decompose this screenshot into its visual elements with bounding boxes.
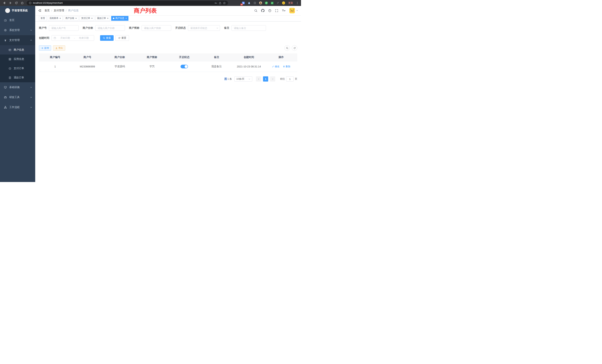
close-icon[interactable]: × <box>107 17 109 20</box>
calendar-icon <box>54 37 56 39</box>
date-start-placeholder[interactable]: 开始日期 <box>57 36 73 40</box>
cell-merchant-no: M233666999 <box>71 61 103 72</box>
edit-link[interactable]: 修改 <box>272 65 280 68</box>
back-icon[interactable] <box>2 0 7 6</box>
help-icon[interactable] <box>268 9 271 12</box>
tab-user-group[interactable]: 用户分组 × <box>64 16 79 21</box>
filter-short-name: 商户简称 <box>129 25 171 31</box>
merchant-no-label: 商户号 <box>39 26 47 30</box>
filter-row-2: 创建时间 开始日期 - 结束日期 搜索 重置 <box>39 35 297 41</box>
refresh-table-icon[interactable] <box>292 45 297 51</box>
search-button[interactable]: 搜索 <box>100 35 114 41</box>
merchant-card-icon <box>8 49 11 51</box>
sidebar-item-infra[interactable]: 基础设施 <box>0 82 35 92</box>
header-actions <box>254 8 301 13</box>
drop-extension-icon[interactable] <box>247 1 251 5</box>
chevron-down-icon <box>30 29 32 31</box>
status-select[interactable] <box>188 25 220 31</box>
status-toggle[interactable] <box>181 65 188 68</box>
merchant-no-input[interactable] <box>49 25 79 31</box>
reload-icon[interactable] <box>14 0 19 6</box>
app-header: 首页 / 支付管理 / 商户信息 <box>35 6 301 15</box>
password-key-icon[interactable] <box>215 2 217 4</box>
header-search-icon[interactable] <box>254 9 258 12</box>
breadcrumb-home[interactable]: 首页 <box>44 9 50 12</box>
logo-rabbit-icon <box>5 8 10 13</box>
sidebar-item-workflow[interactable]: 工作流程 <box>0 102 35 112</box>
tab-home[interactable]: 首页 <box>39 16 47 21</box>
goto-page-input[interactable] <box>286 76 294 82</box>
full-name-input[interactable] <box>95 25 125 31</box>
pagination-goto: 前往 页 <box>280 76 297 82</box>
show-search-toggle-icon[interactable] <box>284 45 290 51</box>
dark-circle-extension-icon[interactable] <box>253 1 257 5</box>
emoji-extension-icon[interactable] <box>281 1 286 5</box>
next-page-icon[interactable] <box>270 76 275 82</box>
github-icon[interactable] <box>261 9 265 12</box>
sidebar-item-system[interactable]: 系统管理 <box>0 25 35 35</box>
col-full-name: 商户全称 <box>104 53 136 61</box>
sidebar-item-merchant-info[interactable]: 商户信息 <box>0 45 35 54</box>
site-info-icon[interactable] <box>29 2 32 4</box>
reset-button[interactable]: 重置 <box>116 35 129 41</box>
remark-input[interactable] <box>232 25 266 31</box>
pin-extension-icon[interactable] <box>276 1 280 5</box>
share-icon[interactable] <box>219 2 222 4</box>
close-icon[interactable]: × <box>125 17 127 20</box>
forward-icon[interactable] <box>8 0 13 6</box>
add-button[interactable]: 新增 <box>39 45 51 51</box>
green-note-extension-icon[interactable] <box>270 1 274 5</box>
goto-unit-label: 页 <box>295 77 297 81</box>
home-icon[interactable] <box>20 0 25 6</box>
tab-process-form[interactable]: 流程表单 × <box>48 16 63 21</box>
tab-pay-order[interactable]: 支付订单 × <box>79 16 94 21</box>
sidebar-item-app-info[interactable]: 应用信息 <box>0 54 35 64</box>
bookmark-star-icon[interactable] <box>223 2 226 4</box>
tab-refund-order[interactable]: 退款订单 × <box>96 16 110 21</box>
main-content: 商户号 商户全称 商户简称 开启状态 备注 创建时间 <box>35 21 301 182</box>
profile-extension-icon[interactable] <box>258 1 263 5</box>
search-button-label: 搜索 <box>106 36 111 40</box>
font-size-icon[interactable] <box>282 9 286 12</box>
chrome-update-button[interactable]: 更新 <box>288 1 293 5</box>
tab-merchant-info[interactable]: 商户信息 × <box>111 16 129 21</box>
green-refresh-extension-icon[interactable] <box>264 1 269 5</box>
close-icon[interactable]: × <box>60 17 61 20</box>
delete-link[interactable]: 删除 <box>283 65 290 68</box>
filter-status: 开启状态 <box>175 25 220 31</box>
total-suffix: 条 <box>229 77 232 80</box>
browser-menu-icon[interactable] <box>295 0 299 6</box>
short-name-input[interactable] <box>142 25 171 31</box>
export-button[interactable]: 导出 <box>53 45 65 51</box>
filter-merchant-no: 商户号 <box>39 25 79 31</box>
sidebar-item-pay-order[interactable]: 支付订单 <box>0 64 35 73</box>
page-number-1[interactable]: 1 <box>263 76 268 82</box>
user-menu[interactable] <box>289 8 298 13</box>
sidebar-item-home[interactable]: 首页 <box>0 15 35 25</box>
fullscreen-icon[interactable] <box>275 9 278 12</box>
workflow-icon <box>4 106 7 109</box>
pay-order-icon <box>8 67 11 70</box>
sidebar-item-devtools[interactable]: 研发工具 <box>0 92 35 102</box>
url-text[interactable]: localhost:1024/pay/merchant <box>33 2 213 4</box>
col-remark: 备注 <box>200 53 233 61</box>
page-size-select[interactable]: 10条/页 <box>235 76 252 82</box>
prev-page-icon[interactable] <box>256 76 261 82</box>
close-icon[interactable]: × <box>91 17 93 20</box>
puzzle-extension-icon[interactable]: 10 <box>241 1 246 5</box>
close-icon[interactable]: × <box>75 17 77 20</box>
address-bar[interactable]: localhost:1024/pay/merchant <box>27 1 228 5</box>
chevron-down-icon <box>30 86 32 88</box>
sidebar-item-label: 商户信息 <box>14 48 24 52</box>
sidebar-item-refund-order[interactable]: 退款订单 <box>0 73 35 82</box>
sidebar-fold-icon[interactable] <box>35 6 44 15</box>
sidebar-item-pay[interactable]: ¥ 支付管理 <box>0 35 35 45</box>
sidebar: 芋道管理系统 首页 系统管理 ¥ 支付管理 商户信息 <box>0 6 35 182</box>
date-range-picker[interactable]: 开始日期 - 结束日期 <box>52 35 94 41</box>
date-end-placeholder[interactable]: 结束日期 <box>76 36 92 40</box>
caret-down-icon <box>296 10 298 11</box>
sidebar-item-label: 应用信息 <box>14 57 24 61</box>
delete-link-label: 删除 <box>286 65 290 68</box>
tab-label: 商户信息 <box>115 17 124 20</box>
breadcrumb-pay[interactable]: 支付管理 <box>54 9 64 12</box>
